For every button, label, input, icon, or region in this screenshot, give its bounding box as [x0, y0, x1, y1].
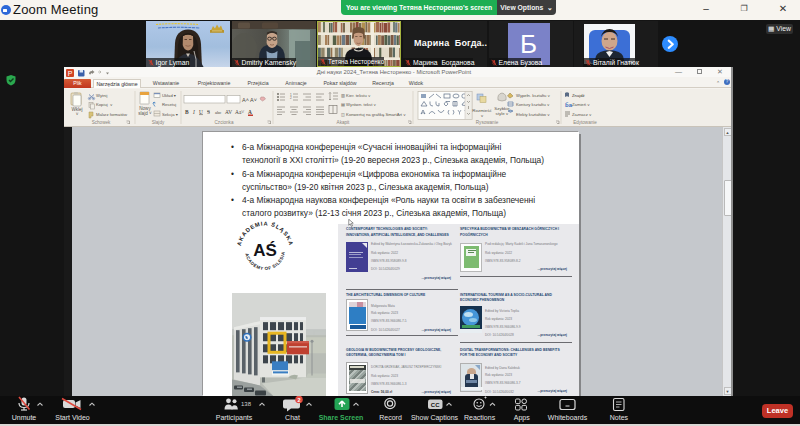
- svg-text:abc: abc: [215, 109, 221, 114]
- svg-text:2: 2: [290, 95, 292, 99]
- svg-text:2: 2: [297, 397, 300, 403]
- svg-text:A: A: [248, 108, 252, 114]
- svg-text:B: B: [185, 108, 189, 114]
- svg-text:A˄ A˅: A˄ A˅: [242, 96, 257, 102]
- svg-text:AŚ: AŚ: [253, 241, 277, 260]
- svg-text:U: U: [199, 108, 203, 114]
- svg-text:AV: AV: [225, 108, 232, 114]
- svg-text:CC: CC: [431, 402, 440, 408]
- svg-text:P: P: [68, 69, 73, 76]
- svg-text:Aa˅: Aa˅: [235, 108, 244, 114]
- svg-text:I: I: [192, 108, 195, 114]
- svg-text:138: 138: [241, 401, 252, 407]
- svg-text:S: S: [207, 108, 210, 114]
